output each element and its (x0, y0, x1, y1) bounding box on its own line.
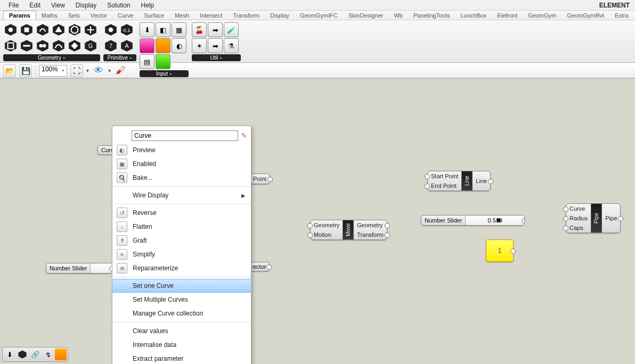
input-icon[interactable] (156, 54, 170, 69)
geom-icon[interactable] (3, 22, 18, 37)
prim-icon[interactable] (103, 22, 118, 37)
menu-solution[interactable]: Solution (102, 1, 135, 10)
input-icon[interactable]: ▤ (140, 54, 154, 69)
move-component[interactable]: Geometry Motion Move Geometry Transform (310, 220, 387, 240)
context-item[interactable]: ↟Graft (112, 234, 251, 247)
tab-geomgym[interactable]: GeomGym (523, 11, 561, 20)
move-in-geometry[interactable]: Geometry (311, 220, 343, 230)
context-item[interactable]: 🍳Bake... (112, 171, 251, 185)
palette-icon[interactable] (55, 349, 67, 360)
geom-icon[interactable] (67, 38, 82, 53)
util-icon[interactable]: ⚗ (224, 38, 239, 53)
tab-lunchbox[interactable]: LunchBox (455, 11, 492, 20)
tab-panelingtools[interactable]: PanelingTools (408, 11, 455, 20)
tab-geomgymrvt[interactable]: GeomGymRvt (561, 11, 609, 20)
menu-edit[interactable]: Edit (24, 1, 46, 10)
input-icon[interactable] (140, 38, 154, 53)
slider-track[interactable] (91, 263, 112, 273)
point-component[interactable]: Point (249, 173, 270, 184)
menu-help[interactable]: Help (136, 1, 160, 10)
geom-icon[interactable] (35, 22, 50, 37)
tab-curve[interactable]: Curve (112, 11, 139, 20)
pipe-out[interactable]: Pipe (602, 213, 620, 223)
input-icon[interactable]: ⬇ (140, 22, 154, 37)
input-icon[interactable]: ◐ (172, 38, 186, 53)
util-icon[interactable]: ➡ (208, 38, 223, 53)
context-search-input[interactable] (132, 130, 238, 141)
move-out-geometry[interactable]: Geometry (354, 220, 387, 230)
palette-icon[interactable]: ↯ (42, 349, 54, 360)
move-in-motion[interactable]: Motion (311, 230, 343, 239)
panel[interactable]: 1 (486, 239, 514, 262)
geom-icon[interactable] (19, 38, 34, 53)
context-item[interactable]: Manage Curve collection (112, 307, 251, 320)
input-icon[interactable]: ▦ (172, 22, 186, 37)
context-item[interactable]: ≡Simplify (112, 247, 251, 261)
tab-transform[interactable]: Transform (227, 11, 265, 20)
group-label-primitive[interactable]: Primitive (103, 54, 136, 61)
open-button[interactable]: 📂 (3, 64, 16, 77)
tab-intersect[interactable]: Intersect (194, 11, 227, 20)
preview-toggle-button[interactable]: 👁 (92, 64, 105, 77)
point-output[interactable]: Point (250, 174, 270, 184)
context-item[interactable]: ≋Reparameterize (112, 261, 251, 275)
tab-maths[interactable]: Maths (36, 11, 63, 20)
context-item[interactable]: Clear values (112, 324, 251, 338)
pipe-in-curve[interactable]: Curve (566, 204, 591, 213)
input-icon[interactable]: ◧ (156, 22, 170, 37)
geom-icon[interactable] (19, 22, 34, 37)
tab-wb[interactable]: Wb (388, 11, 408, 20)
context-item[interactable]: Set Multiple Curves (112, 293, 251, 307)
geom-icon[interactable] (83, 22, 98, 37)
tab-extra[interactable]: Extra (609, 11, 634, 20)
prim-icon[interactable]: A (119, 38, 134, 53)
util-icon[interactable]: ✴ (192, 38, 207, 53)
util-icon[interactable]: 🍒 (192, 22, 207, 37)
prim-icon[interactable]: 0.1 (119, 22, 134, 37)
number-slider-1[interactable]: Number Slider (46, 263, 112, 274)
context-item[interactable]: Extract parameter (112, 352, 251, 364)
tab-skindesigner[interactable]: SkinDesigner (343, 11, 388, 20)
group-label-input[interactable]: Input (140, 70, 189, 77)
menu-display[interactable]: Display (70, 1, 102, 10)
context-item[interactable]: ↓Flatten (112, 220, 251, 234)
prim-icon[interactable]: 7 (103, 38, 118, 53)
context-item[interactable]: ↺Reverse (112, 206, 251, 220)
slider-track[interactable]: 0.519 (466, 216, 524, 225)
geom-icon[interactable]: G (83, 38, 98, 53)
tab-params[interactable]: Params (3, 11, 36, 20)
palette-icon[interactable]: 🔗 (29, 349, 41, 360)
vector-component[interactable]: ector (249, 262, 270, 271)
util-icon[interactable]: 🧪 (224, 22, 239, 37)
input-icon[interactable] (156, 38, 170, 53)
tab-elefront[interactable]: Elefront (492, 11, 523, 20)
palette-icon[interactable]: ⬇ (4, 349, 15, 360)
tab-geomgymifc[interactable]: GeomGymIFC (295, 11, 343, 20)
line-in-end[interactable]: End Point (428, 181, 461, 191)
menu-file[interactable]: File (3, 1, 24, 10)
tab-display[interactable]: Display (265, 11, 295, 20)
tab-mesh[interactable]: Mesh (169, 11, 194, 20)
line-out[interactable]: Line (473, 176, 490, 186)
pipe-component[interactable]: Curve Radius Caps Pipe Pipe (566, 203, 621, 233)
menu-view[interactable]: View (46, 1, 70, 10)
zoom-select[interactable]: 100% (39, 65, 67, 77)
geom-icon[interactable] (3, 38, 18, 53)
line-component[interactable]: Start Point End Point Line Line (427, 171, 491, 191)
canvas[interactable]: Curv Point Number Slider ector Geometry … (0, 79, 635, 364)
geom-icon[interactable] (35, 38, 50, 53)
sketch-button[interactable]: 🖌 (114, 64, 127, 77)
group-label-util[interactable]: Util (192, 54, 241, 61)
context-item[interactable]: Wire Display▶ (112, 188, 251, 202)
save-button[interactable]: 💾 (19, 64, 32, 77)
util-icon[interactable]: ➡ (208, 22, 223, 37)
pipe-in-radius[interactable]: Radius (566, 213, 591, 223)
context-item[interactable]: Set one Curve (112, 279, 251, 293)
context-item[interactable]: ▣Enabled (112, 157, 251, 171)
dropdown-caret[interactable]: ▾ (86, 68, 89, 73)
geom-icon[interactable] (67, 22, 82, 37)
geom-icon[interactable] (51, 22, 66, 37)
line-in-start[interactable]: Start Point (428, 171, 461, 181)
tab-sets[interactable]: Sets (63, 11, 85, 20)
number-slider-2[interactable]: Number Slider 0.519 (421, 215, 525, 226)
